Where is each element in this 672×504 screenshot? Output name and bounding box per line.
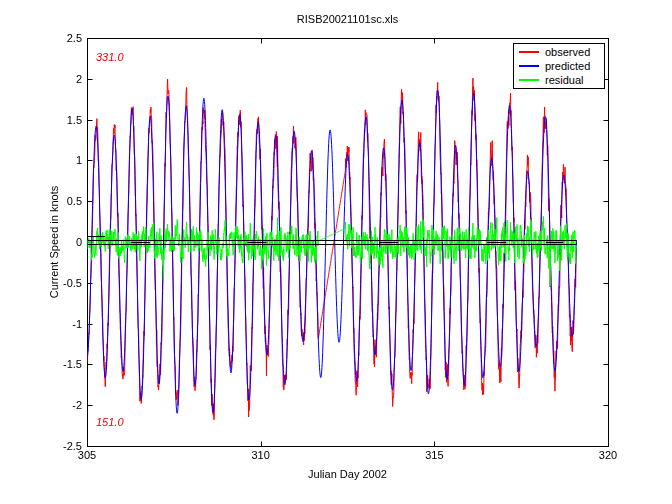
legend-entry-observed: observed	[514, 46, 604, 59]
residual-line-swatch	[519, 79, 539, 81]
predicted-line-swatch	[519, 65, 539, 67]
legend-label-residual: residual	[545, 74, 584, 86]
y-tick-label: 2	[36, 73, 82, 85]
x-tick-label: 310	[239, 449, 283, 461]
y-tick-label: -0.5	[36, 277, 82, 289]
legend-box: observed predicted residual	[513, 43, 605, 89]
x-tick-label: 320	[586, 449, 630, 461]
y-tick-label: -1	[36, 318, 82, 330]
x-tick-label: 315	[412, 449, 456, 461]
y-tick-label: -1.5	[36, 358, 82, 370]
legend-label-predicted: predicted	[545, 60, 590, 72]
legend-label-observed: observed	[545, 46, 590, 58]
x-axis-label: Julian Day 2002	[87, 468, 608, 480]
y-tick-label: 0	[36, 236, 82, 248]
y-tick-label: 2.5	[36, 32, 82, 44]
y-tick-label: 1	[36, 154, 82, 166]
annotation-ebb-direction: 151.0	[96, 416, 124, 428]
y-tick-label: 0.5	[36, 195, 82, 207]
matlab-figure: RISB20021101sc.xls Julian Day 2002 Curre…	[0, 0, 672, 504]
observed-line-swatch	[519, 51, 539, 53]
y-tick-label: 1.5	[36, 114, 82, 126]
legend-entry-residual: residual	[514, 73, 604, 86]
chart-title: RISB20021101sc.xls	[87, 13, 608, 25]
annotation-flood-direction: 331.0	[96, 51, 124, 63]
y-tick-label: -2	[36, 399, 82, 411]
x-tick-label: 305	[65, 449, 109, 461]
legend-entry-predicted: predicted	[514, 60, 604, 73]
